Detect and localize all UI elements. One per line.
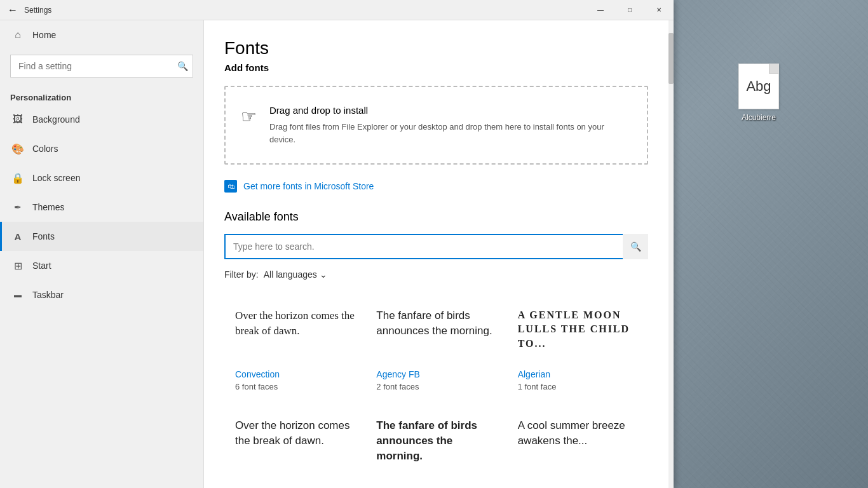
close-button[interactable]: ✕: [644, 0, 674, 20]
drop-text-content: Drag and drop to install Drag font files…: [269, 105, 632, 146]
filter-row: Filter by: All languages ⌄: [224, 269, 648, 280]
font-preview-6: A cool summer breeze awakens the...: [518, 418, 637, 469]
font-search-input[interactable]: [224, 234, 648, 259]
title-bar: ← Settings — □ ✕: [0, 0, 674, 20]
filter-dropdown[interactable]: All languages ⌄: [264, 269, 327, 280]
maximize-button[interactable]: □: [615, 0, 644, 20]
window-controls: — □ ✕: [586, 0, 674, 20]
home-icon: ⌂: [12, 29, 24, 41]
lock-screen-icon: 🔒: [12, 172, 24, 184]
ms-store-link-text: Get more fonts in Microsoft Store: [243, 181, 374, 191]
font-file-thumbnail: Abg: [738, 64, 779, 109]
sidebar-themes-label: Themes: [32, 202, 65, 212]
colors-icon: 🎨: [12, 143, 24, 154]
font-file-label: Alcubierre: [742, 113, 776, 122]
settings-window: ← Settings — □ ✕ ⌂ Home 🔍 Personalizatio…: [0, 0, 674, 488]
font-faces-algerian: 1 font face: [518, 382, 637, 391]
start-icon: ⊞: [12, 260, 24, 271]
sidebar-taskbar-label: Taskbar: [32, 290, 64, 300]
sidebar: ⌂ Home 🔍 Personalization 🖼 Background 🎨 …: [0, 20, 203, 488]
font-preview-agency: The fanfare of birds announces the morni…: [376, 308, 496, 359]
sidebar-item-background[interactable]: 🖼 Background: [0, 105, 203, 134]
taskbar-icon: ▬: [12, 289, 24, 301]
font-card-5[interactable]: The fanfare of birds announces the morni…: [365, 405, 506, 488]
scroll-thumb[interactable]: [668, 33, 674, 84]
font-faces-agency: 2 font faces: [376, 382, 496, 391]
filter-chevron-icon: ⌄: [320, 269, 327, 280]
font-search-button[interactable]: 🔍: [623, 234, 648, 259]
font-name-algerian[interactable]: Algerian: [518, 369, 637, 379]
fonts-grid: Over the horizon comes the break of dawn…: [224, 295, 648, 488]
font-card-4[interactable]: Over the horizon comes the break of dawn…: [224, 405, 365, 488]
sidebar-item-start[interactable]: ⊞ Start: [0, 251, 203, 280]
drop-zone-title: Drag and drop to install: [269, 105, 632, 116]
search-icon-button[interactable]: 🔍: [177, 61, 188, 71]
filter-label: Filter by:: [224, 269, 259, 280]
drag-drop-icon: ☞: [241, 106, 257, 127]
sidebar-item-themes[interactable]: ✒ Themes: [0, 193, 203, 222]
search-input[interactable]: [10, 55, 193, 78]
filter-value: All languages: [264, 269, 317, 280]
font-faces-convection: 6 font faces: [235, 382, 355, 391]
font-card-algerian[interactable]: A GENTLE MOON LULLS THE CHILD TO... Alge…: [507, 295, 648, 405]
sidebar-lock-label: Lock screen: [32, 173, 80, 183]
font-name-agency[interactable]: Agency FB: [376, 369, 496, 379]
font-preview-algerian: A GENTLE MOON LULLS THE CHILD TO...: [518, 308, 637, 359]
scroll-track[interactable]: [668, 20, 674, 488]
background-icon: 🖼: [12, 114, 24, 125]
sidebar-item-fonts[interactable]: A Fonts: [0, 222, 203, 251]
fonts-icon: A: [12, 231, 24, 242]
section-title: Personalization: [0, 88, 203, 105]
font-preview-4: Over the horizon comes the break of dawn…: [235, 418, 355, 469]
themes-icon: ✒: [12, 201, 24, 213]
add-fonts-subtitle: Add fonts: [224, 62, 648, 73]
sidebar-item-home[interactable]: ⌂ Home: [0, 20, 203, 50]
back-arrow-icon[interactable]: ←: [8, 4, 18, 16]
ms-store-icon: 🛍: [224, 180, 237, 193]
font-card-convection[interactable]: Over the horizon comes the break of dawn…: [224, 295, 365, 405]
desktop-font-icon[interactable]: Abg Alcubierre: [738, 64, 779, 122]
sidebar-home-label: Home: [32, 30, 56, 40]
sidebar-item-colors[interactable]: 🎨 Colors: [0, 134, 203, 163]
search-container: 🔍: [10, 55, 193, 78]
font-preview-text: Abg: [746, 78, 771, 95]
drop-zone-description: Drag font files from File Explorer or yo…: [269, 121, 632, 146]
window-title: Settings: [24, 6, 51, 15]
font-preview-5: The fanfare of birds announces the morni…: [376, 418, 496, 469]
sidebar-start-label: Start: [32, 261, 51, 271]
sidebar-item-taskbar[interactable]: ▬ Taskbar: [0, 280, 203, 309]
drop-zone[interactable]: ☞ Drag and drop to install Drag font fil…: [224, 86, 648, 165]
window-body: ⌂ Home 🔍 Personalization 🖼 Background 🎨 …: [0, 20, 674, 488]
sidebar-background-label: Background: [32, 114, 80, 125]
available-fonts-title: Available fonts: [224, 210, 648, 224]
title-bar-left: ← Settings: [8, 4, 51, 16]
page-title: Fonts: [224, 38, 648, 58]
font-search-container: 🔍: [224, 234, 648, 259]
sidebar-fonts-label: Fonts: [32, 231, 55, 241]
minimize-button[interactable]: —: [586, 0, 615, 20]
font-name-convection[interactable]: Convection: [235, 369, 355, 379]
font-card-6[interactable]: A cool summer breeze awakens the...: [507, 405, 648, 488]
sidebar-item-lock-screen[interactable]: 🔒 Lock screen: [0, 163, 203, 193]
sidebar-colors-label: Colors: [32, 144, 58, 154]
ms-store-link[interactable]: 🛍 Get more fonts in Microsoft Store: [224, 180, 648, 193]
main-content: Fonts Add fonts ☞ Drag and drop to insta…: [204, 20, 668, 488]
font-card-agency-fb[interactable]: The fanfare of birds announces the morni…: [365, 295, 506, 405]
font-preview-convection: Over the horizon comes the break of dawn…: [235, 308, 355, 359]
